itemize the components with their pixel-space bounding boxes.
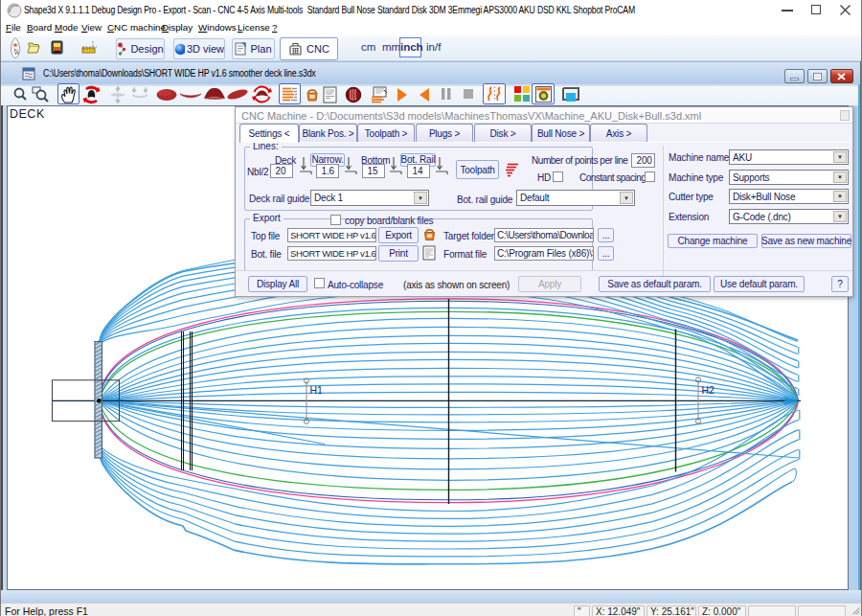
svg-text:H1: H1 xyxy=(310,384,324,396)
svg-text:H2: H2 xyxy=(702,384,715,396)
